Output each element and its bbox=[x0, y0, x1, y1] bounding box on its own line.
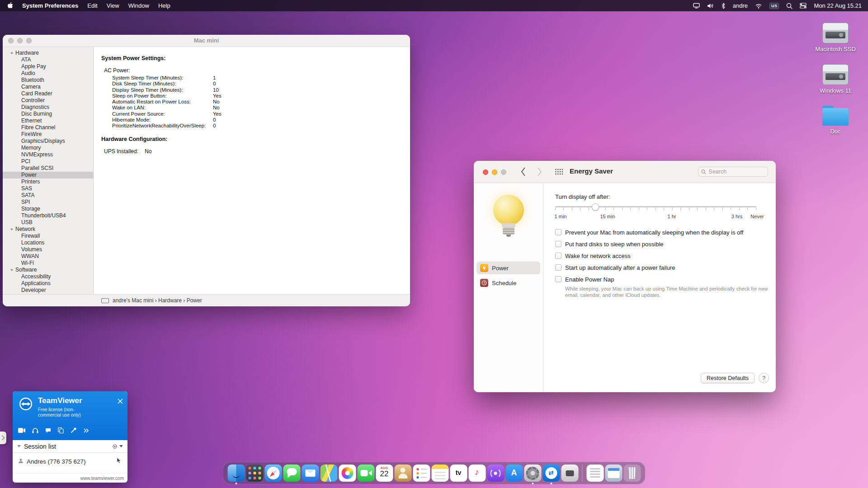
sidebar-row[interactable]: Printers bbox=[3, 178, 93, 185]
show-all-grid-icon[interactable] bbox=[555, 169, 563, 177]
desktop-icon-windows-11[interactable]: Windows 11 bbox=[820, 64, 851, 94]
bluetooth-icon[interactable] bbox=[721, 3, 726, 9]
teamviewer-expander-tab[interactable] bbox=[0, 432, 6, 444]
forward-button[interactable] bbox=[537, 167, 542, 177]
sidebar-row[interactable]: Audio bbox=[3, 70, 93, 77]
fast-user-switch[interactable]: andre bbox=[733, 2, 748, 9]
sidebar-row[interactable]: Applications bbox=[3, 280, 93, 287]
sidebar-row[interactable]: FireWire bbox=[3, 131, 93, 138]
energy-titlebar[interactable]: Energy Saver bbox=[474, 161, 776, 183]
sidebar-row[interactable]: SATA bbox=[3, 192, 93, 199]
sidebar-row[interactable]: Power bbox=[3, 172, 93, 178]
dock-icon-trash[interactable] bbox=[623, 465, 641, 482]
close-icon[interactable] bbox=[118, 398, 123, 406]
menu-item[interactable]: Edit bbox=[87, 2, 97, 9]
close-button[interactable] bbox=[483, 169, 488, 175]
slider-handle[interactable] bbox=[592, 203, 599, 211]
dock-icon-finder[interactable] bbox=[227, 465, 245, 482]
sidebar-row[interactable]: Apple Pay bbox=[3, 63, 93, 70]
whiteboard-icon[interactable] bbox=[71, 427, 76, 433]
dock-icon-podcasts[interactable] bbox=[487, 465, 504, 482]
sidebar-row[interactable]: Hardware bbox=[3, 50, 93, 56]
dock-icon-facetime[interactable] bbox=[357, 465, 374, 482]
sidebar-row[interactable]: Graphics/Displays bbox=[3, 138, 93, 145]
sidebar-row[interactable]: Locations bbox=[3, 239, 93, 246]
sidebar-row[interactable]: Thunderbolt/USB4 bbox=[3, 212, 93, 219]
sidebar-row[interactable]: SAS bbox=[3, 185, 93, 192]
volume-icon[interactable] bbox=[707, 3, 714, 9]
dock-icon-mail[interactable] bbox=[302, 465, 319, 482]
sysinfo-titlebar[interactable]: Mac mini bbox=[3, 35, 410, 47]
checkbox[interactable] bbox=[555, 264, 561, 271]
dock-icon-system-preferences[interactable] bbox=[524, 465, 541, 482]
display-off-slider[interactable] bbox=[555, 206, 756, 207]
sidebar-row[interactable]: Diagnostics bbox=[3, 104, 93, 111]
dock-icon-textedit[interactable] bbox=[586, 465, 604, 482]
dock-icon-messages[interactable] bbox=[283, 465, 300, 482]
back-button[interactable] bbox=[521, 167, 526, 177]
sidebar-row[interactable]: USB bbox=[3, 219, 93, 226]
restore-defaults-button[interactable]: Restore Defaults bbox=[701, 373, 755, 383]
connect-cursor-icon[interactable] bbox=[117, 457, 122, 465]
sidebar-item-schedule[interactable]: Schedule bbox=[476, 277, 540, 289]
apple-menu[interactable] bbox=[7, 2, 13, 9]
menu-bar-clock[interactable]: Mon 22 Aug 15.21 bbox=[814, 2, 862, 9]
spotlight-search-icon[interactable] bbox=[786, 3, 793, 9]
sidebar-row[interactable]: Controller bbox=[3, 97, 93, 104]
session-name[interactable]: Andres (776 375 627) bbox=[27, 458, 113, 465]
teamviewer-website-link[interactable]: www.teamviewer.com bbox=[80, 476, 124, 481]
sidebar-row[interactable]: Firewall bbox=[3, 233, 93, 239]
dock-icon-downloads-window[interactable] bbox=[605, 465, 622, 482]
dock-icon-launchpad[interactable] bbox=[246, 465, 263, 482]
input-source-badge[interactable]: US bbox=[769, 3, 779, 9]
screen-mirroring-icon[interactable] bbox=[693, 3, 700, 9]
menu-item[interactable]: Help bbox=[158, 2, 170, 9]
control-center-icon[interactable] bbox=[800, 3, 807, 9]
dock-icon-teamviewer[interactable]: ⇄ bbox=[542, 465, 560, 482]
chat-icon[interactable] bbox=[45, 428, 51, 433]
minimize-button[interactable] bbox=[492, 169, 497, 175]
dock-icon-utility[interactable] bbox=[561, 465, 578, 482]
sidebar-row[interactable]: Parallel SCSI bbox=[3, 165, 93, 172]
dock-icon-app-store[interactable]: A bbox=[505, 465, 523, 482]
checkbox[interactable] bbox=[555, 241, 561, 247]
dock-icon-maps[interactable] bbox=[320, 465, 337, 482]
headset-icon[interactable] bbox=[32, 428, 38, 433]
dock-icon-photos[interactable] bbox=[339, 465, 356, 482]
dock-icon-reminders[interactable] bbox=[413, 465, 430, 482]
search-input[interactable] bbox=[708, 168, 765, 175]
sidebar-row[interactable]: Network bbox=[3, 226, 93, 233]
desktop-icon-doc-folder[interactable]: Doc bbox=[822, 106, 849, 135]
dock-icon-calendar[interactable]: AUG 22 bbox=[376, 465, 393, 482]
sidebar-row[interactable]: WWAN bbox=[3, 253, 93, 260]
help-button[interactable]: ? bbox=[759, 373, 769, 383]
video-call-icon[interactable] bbox=[18, 428, 25, 433]
sidebar-row[interactable]: Card Reader bbox=[3, 90, 93, 97]
dock-icon-music[interactable]: ♪ bbox=[468, 465, 486, 482]
checkbox[interactable] bbox=[555, 276, 561, 282]
sidebar-row[interactable]: Software bbox=[3, 267, 93, 273]
checkbox[interactable] bbox=[555, 229, 561, 235]
zoom-button[interactable] bbox=[501, 169, 506, 175]
sidebar-row[interactable]: Camera bbox=[3, 84, 93, 90]
sidebar-row[interactable]: Disc Burning bbox=[3, 111, 93, 117]
menu-item[interactable]: View bbox=[107, 2, 119, 9]
sidebar-row[interactable]: ATA bbox=[3, 56, 93, 63]
sidebar-row[interactable]: Accessibility bbox=[3, 273, 93, 280]
sidebar-row[interactable]: Developer bbox=[3, 287, 93, 294]
dock-icon-notes[interactable] bbox=[431, 465, 448, 482]
sidebar-row[interactable]: NVMExpress bbox=[3, 151, 93, 158]
session-row[interactable]: Andres (776 375 627) bbox=[13, 455, 127, 468]
sidebar-row[interactable]: Bluetooth bbox=[3, 77, 93, 84]
sidebar-row[interactable]: Ethernet bbox=[3, 117, 93, 124]
more-tools-icon[interactable] bbox=[83, 428, 89, 433]
sidebar-row[interactable]: Memory bbox=[3, 145, 93, 151]
sidebar-row[interactable]: Wi-Fi bbox=[3, 260, 93, 267]
dock-icon-contacts[interactable] bbox=[394, 465, 411, 482]
sidebar-row[interactable]: Fibre Channel bbox=[3, 124, 93, 131]
search-field[interactable] bbox=[698, 167, 768, 177]
sidebar-row[interactable]: PCI bbox=[3, 158, 93, 165]
dock-icon-tv[interactable]: tv bbox=[450, 465, 467, 482]
checkbox[interactable] bbox=[555, 253, 561, 259]
menu-item[interactable]: Window bbox=[128, 2, 149, 9]
